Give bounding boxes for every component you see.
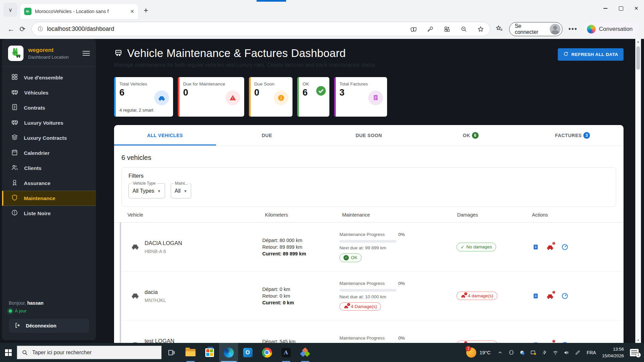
luxury-car-icon	[11, 119, 18, 127]
maximize-button[interactable]	[613, 0, 629, 17]
split-screen-icon[interactable]	[410, 26, 417, 33]
gauge-action-icon[interactable]	[561, 292, 569, 300]
microsoft-store-button[interactable]	[200, 343, 219, 362]
page-subtitle: Manage maintenance for both regular vehi…	[114, 62, 377, 68]
sidebar-menu-icon[interactable]	[83, 50, 90, 57]
tab-due[interactable]: DUE	[216, 125, 318, 145]
browser-toolbar: ← ⟳ ⓘ localhost:3000/dashboard	[0, 19, 644, 39]
chevron-down-icon: ▼	[157, 189, 161, 193]
search-icon	[22, 350, 28, 356]
vehicles-panel: ALL VEHICLES DUE DUE SOON OK6 FACTURES3 …	[114, 125, 624, 343]
cast-screen-icon[interactable]	[528, 343, 539, 362]
minimize-button[interactable]	[598, 0, 613, 17]
page-scrollbar[interactable]: ▲ ▼	[635, 39, 641, 343]
edge-button[interactable]	[219, 343, 238, 362]
start-button[interactable]	[0, 343, 17, 362]
new-tab-button[interactable]: +	[144, 6, 148, 15]
logout-button[interactable]: Déconnexion	[9, 319, 89, 333]
progress-bar	[339, 289, 396, 292]
sidebar-item-assurance[interactable]: Assurance	[2, 176, 96, 191]
address-bar[interactable]: ⓘ localhost:3000/dashboard	[32, 22, 490, 36]
apps-grid-icon[interactable]	[444, 26, 450, 33]
sidebar-item-contrats[interactable]: Contrats	[2, 100, 96, 115]
scroll-down-icon[interactable]: ▼	[637, 338, 640, 343]
sidebar-item-vehicules[interactable]: Véhicules	[2, 85, 96, 100]
file-explorer-button[interactable]	[181, 343, 200, 362]
audio-device-icon[interactable]: i	[517, 343, 528, 362]
sidebar-item-luxury-voitures[interactable]: Luxury Voitures	[2, 115, 96, 130]
sidebar-item-luxury-contracts[interactable]: Luxury Contracts	[2, 130, 96, 145]
power-icon[interactable]	[539, 343, 550, 362]
back-icon[interactable]: ←	[5, 25, 17, 33]
damage-report-action-icon[interactable]: !	[546, 292, 554, 300]
task-view-button[interactable]	[162, 343, 181, 362]
tab-strip: ∨ M. MoroccoVehicles - Location sans f ✕…	[0, 0, 644, 19]
signin-button[interactable]: Se connecter	[509, 22, 562, 36]
clock[interactable]: 13:56 15/04/2026	[599, 346, 628, 359]
warning-icon	[225, 90, 240, 105]
url-text: localhost:3000/dashboard	[47, 25, 114, 33]
tab-ok[interactable]: OK6	[420, 125, 522, 145]
tab-due-soon[interactable]: DUE SOON	[318, 125, 420, 145]
weather-widget[interactable]: 1 19°C	[462, 348, 495, 358]
damage-car-icon: !	[461, 294, 466, 298]
gauge-action-icon[interactable]	[561, 243, 569, 251]
tablet-mode-icon[interactable]	[506, 343, 517, 362]
password-key-icon[interactable]	[427, 26, 434, 33]
damage-report-action-icon[interactable]: !	[546, 243, 554, 251]
tab-search-button[interactable]: ∨	[3, 3, 17, 17]
sidebar-item-vue-densemble[interactable]: Vue d'ensemble	[2, 70, 96, 85]
volume-icon[interactable]	[561, 343, 572, 362]
chrome-icon	[262, 348, 272, 358]
tray-expand-icon[interactable]	[495, 343, 506, 362]
dashboard-page: wegorent Dashboard Location Vue d'ensemb…	[0, 39, 644, 343]
arc-button[interactable]: A	[276, 343, 296, 362]
calendar-icon	[11, 149, 18, 157]
status-dot-icon	[9, 309, 12, 313]
taskbar-search[interactable]: Taper ici pour rechercher	[17, 346, 162, 359]
table-row: DACIA LOGAN HBNB-A 6 Départ: 80 000 km R…	[121, 223, 624, 272]
refresh-all-data-button[interactable]: REFRESH ALL DATA	[558, 48, 624, 61]
drawio-icon	[301, 348, 310, 357]
maintenance-filter-select[interactable]: Maint... All ▼	[171, 183, 192, 198]
reload-icon[interactable]: ⟳	[17, 25, 28, 33]
arc-icon: A	[281, 348, 291, 357]
sidebar-item-liste-noire[interactable]: Liste Noire	[2, 206, 96, 221]
notification-center-icon[interactable]: 1	[630, 349, 639, 356]
weather-icon: 1	[466, 348, 476, 358]
wifi-icon[interactable]	[550, 343, 561, 362]
table-row: test LOGAN HBNB-A 6 Départ: 545 km Retou…	[121, 320, 624, 343]
grid-icon	[11, 73, 18, 82]
chevron-down-icon: ▼	[183, 189, 187, 193]
pen-icon[interactable]	[572, 343, 583, 362]
browser-tab[interactable]: M. MoroccoVehicles - Location sans f ✕	[20, 4, 138, 19]
language-indicator[interactable]: FRA	[583, 350, 599, 355]
favorite-star-icon[interactable]	[477, 26, 484, 33]
zoom-out-icon[interactable]	[461, 26, 467, 33]
windows-logo-icon	[5, 349, 12, 356]
facture-action-icon[interactable]	[532, 292, 539, 300]
favorites-bar-icon[interactable]	[496, 25, 503, 34]
close-button[interactable]: ✕	[629, 0, 644, 17]
copilot-button[interactable]: Conversation	[584, 22, 639, 37]
tab-all-vehicles[interactable]: ALL VEHICLES	[114, 125, 216, 145]
alert-circle-icon	[11, 209, 18, 218]
scrollbar-thumb[interactable]	[636, 46, 640, 70]
shield-icon	[11, 194, 18, 202]
tab-factures[interactable]: FACTURES3	[522, 125, 624, 145]
site-info-icon[interactable]: ⓘ	[38, 26, 43, 32]
facture-action-icon[interactable]	[532, 243, 539, 251]
scroll-up-icon[interactable]: ▲	[637, 39, 640, 44]
tab-close-icon[interactable]: ✕	[130, 9, 134, 14]
username: hassan	[27, 300, 43, 306]
drawio-button[interactable]	[296, 343, 315, 362]
chrome-button[interactable]	[257, 343, 276, 362]
browser-menu-icon[interactable]: •••	[569, 25, 578, 33]
sidebar-item-calendrier[interactable]: Calendrier	[2, 145, 96, 161]
sidebar-item-clients[interactable]: Clients	[2, 161, 96, 176]
sidebar-item-maintenance[interactable]: Maintenance	[2, 191, 96, 206]
time: 13:56	[602, 346, 624, 353]
vehicle-type-select[interactable]: Vehicle Type All Types ▼	[128, 183, 165, 198]
damage-car-icon: !	[343, 304, 349, 309]
outlook-button[interactable]: O	[238, 343, 257, 362]
